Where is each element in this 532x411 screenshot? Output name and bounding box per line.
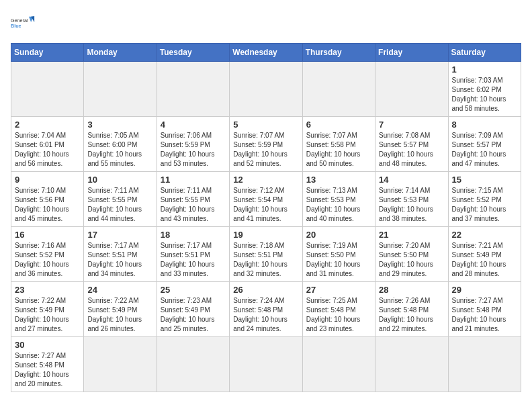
calendar-cell: 1Sunrise: 7:03 AMSunset: 6:02 PMDaylight… — [448, 62, 521, 117]
calendar-cell: 2Sunrise: 7:04 AMSunset: 6:01 PMDaylight… — [11, 117, 84, 172]
calendar-cell: 29Sunrise: 7:27 AMSunset: 5:48 PMDayligh… — [448, 282, 521, 337]
svg-text:General: General — [11, 17, 28, 24]
generalblue-logo-icon: GeneralBlue — [11, 11, 35, 35]
day-info: Sunrise: 7:15 AMSunset: 5:52 PMDaylight:… — [452, 186, 517, 224]
calendar-cell: 9Sunrise: 7:10 AMSunset: 5:56 PMDaylight… — [11, 172, 84, 227]
calendar-cell: 14Sunrise: 7:14 AMSunset: 5:53 PMDayligh… — [375, 172, 448, 227]
day-info: Sunrise: 7:27 AMSunset: 5:48 PMDaylight:… — [452, 296, 517, 334]
day-number: 29 — [452, 285, 517, 295]
day-info: Sunrise: 7:17 AMSunset: 5:51 PMDaylight:… — [87, 241, 152, 279]
calendar-cell: 8Sunrise: 7:09 AMSunset: 5:57 PMDaylight… — [448, 117, 521, 172]
day-info: Sunrise: 7:16 AMSunset: 5:52 PMDaylight:… — [15, 241, 80, 279]
day-number: 17 — [87, 230, 152, 240]
calendar-cell — [375, 337, 448, 392]
calendar-cell: 6Sunrise: 7:07 AMSunset: 5:58 PMDaylight… — [302, 117, 375, 172]
day-info: Sunrise: 7:18 AMSunset: 5:51 PMDaylight:… — [233, 241, 298, 279]
week-row-5: 23Sunrise: 7:22 AMSunset: 5:49 PMDayligh… — [11, 282, 521, 337]
week-row-3: 9Sunrise: 7:10 AMSunset: 5:56 PMDaylight… — [11, 172, 521, 227]
calendar-cell — [448, 337, 521, 392]
day-number: 21 — [379, 230, 444, 240]
day-number: 13 — [306, 175, 371, 185]
calendar-cell: 30Sunrise: 7:27 AMSunset: 5:48 PMDayligh… — [11, 337, 84, 392]
day-number: 7 — [379, 120, 444, 130]
calendar-cell: 12Sunrise: 7:12 AMSunset: 5:54 PMDayligh… — [230, 172, 302, 227]
calendar-cell: 5Sunrise: 7:07 AMSunset: 5:59 PMDaylight… — [230, 117, 302, 172]
day-number: 16 — [15, 230, 80, 240]
week-row-6: 30Sunrise: 7:27 AMSunset: 5:48 PMDayligh… — [11, 337, 521, 392]
day-number: 8 — [452, 120, 517, 130]
calendar-cell: 10Sunrise: 7:11 AMSunset: 5:55 PMDayligh… — [84, 172, 157, 227]
day-info: Sunrise: 7:21 AMSunset: 5:49 PMDaylight:… — [452, 241, 517, 279]
day-number: 20 — [306, 230, 371, 240]
day-info: Sunrise: 7:14 AMSunset: 5:53 PMDaylight:… — [379, 186, 444, 224]
day-number: 4 — [161, 120, 226, 130]
calendar-table: SundayMondayTuesdayWednesdayThursdayFrid… — [11, 43, 521, 392]
calendar-cell — [157, 337, 229, 392]
day-info: Sunrise: 7:06 AMSunset: 5:59 PMDaylight:… — [161, 131, 226, 169]
day-info: Sunrise: 7:11 AMSunset: 5:55 PMDaylight:… — [87, 186, 152, 224]
calendar-cell: 3Sunrise: 7:05 AMSunset: 6:00 PMDaylight… — [84, 117, 157, 172]
day-number: 30 — [15, 340, 80, 350]
day-info: Sunrise: 7:17 AMSunset: 5:51 PMDaylight:… — [161, 241, 226, 279]
day-number: 23 — [15, 285, 80, 295]
day-number: 2 — [15, 120, 80, 130]
calendar-cell: 26Sunrise: 7:24 AMSunset: 5:48 PMDayligh… — [230, 282, 302, 337]
day-number: 15 — [452, 175, 517, 185]
calendar-cell: 15Sunrise: 7:15 AMSunset: 5:52 PMDayligh… — [448, 172, 521, 227]
calendar-cell — [11, 62, 84, 117]
svg-text:Blue: Blue — [11, 23, 21, 29]
day-info: Sunrise: 7:11 AMSunset: 5:55 PMDaylight:… — [161, 186, 226, 224]
day-info: Sunrise: 7:07 AMSunset: 5:59 PMDaylight:… — [233, 131, 298, 169]
calendar-cell — [302, 337, 375, 392]
calendar-cell: 25Sunrise: 7:23 AMSunset: 5:49 PMDayligh… — [157, 282, 229, 337]
day-number: 9 — [15, 175, 80, 185]
calendar-cell: 4Sunrise: 7:06 AMSunset: 5:59 PMDaylight… — [157, 117, 229, 172]
day-number: 12 — [233, 175, 298, 185]
calendar-cell: 20Sunrise: 7:19 AMSunset: 5:50 PMDayligh… — [302, 227, 375, 282]
weekday-header-sunday: Sunday — [11, 44, 84, 62]
calendar-cell: 27Sunrise: 7:25 AMSunset: 5:48 PMDayligh… — [302, 282, 375, 337]
week-row-2: 2Sunrise: 7:04 AMSunset: 6:01 PMDaylight… — [11, 117, 521, 172]
day-info: Sunrise: 7:04 AMSunset: 6:01 PMDaylight:… — [15, 131, 80, 169]
day-number: 1 — [452, 64, 517, 75]
calendar-cell: 24Sunrise: 7:22 AMSunset: 5:49 PMDayligh… — [84, 282, 157, 337]
day-info: Sunrise: 7:23 AMSunset: 5:49 PMDaylight:… — [161, 296, 226, 334]
day-number: 24 — [87, 285, 152, 295]
calendar-cell: 23Sunrise: 7:22 AMSunset: 5:49 PMDayligh… — [11, 282, 84, 337]
day-number: 18 — [161, 230, 226, 240]
calendar-cell: 22Sunrise: 7:21 AMSunset: 5:49 PMDayligh… — [448, 227, 521, 282]
calendar-cell — [230, 62, 302, 117]
calendar-cell: 11Sunrise: 7:11 AMSunset: 5:55 PMDayligh… — [157, 172, 229, 227]
day-number: 28 — [379, 285, 444, 295]
day-number: 6 — [306, 120, 371, 130]
day-info: Sunrise: 7:25 AMSunset: 5:48 PMDaylight:… — [306, 296, 371, 334]
calendar-cell: 18Sunrise: 7:17 AMSunset: 5:51 PMDayligh… — [157, 227, 229, 282]
day-info: Sunrise: 7:05 AMSunset: 6:00 PMDaylight:… — [87, 131, 152, 169]
weekday-header-row: SundayMondayTuesdayWednesdayThursdayFrid… — [11, 44, 521, 62]
day-info: Sunrise: 7:08 AMSunset: 5:57 PMDaylight:… — [379, 131, 444, 169]
day-info: Sunrise: 7:03 AMSunset: 6:02 PMDaylight:… — [452, 76, 517, 113]
calendar-cell — [84, 62, 157, 117]
weekday-header-thursday: Thursday — [302, 44, 375, 62]
week-row-4: 16Sunrise: 7:16 AMSunset: 5:52 PMDayligh… — [11, 227, 521, 282]
day-info: Sunrise: 7:22 AMSunset: 5:49 PMDaylight:… — [87, 296, 152, 334]
day-number: 5 — [233, 120, 298, 130]
calendar-cell — [230, 337, 302, 392]
day-number: 11 — [161, 175, 226, 185]
day-number: 22 — [452, 230, 517, 240]
day-info: Sunrise: 7:19 AMSunset: 5:50 PMDaylight:… — [306, 241, 371, 279]
calendar-cell — [375, 62, 448, 117]
weekday-header-friday: Friday — [375, 44, 448, 62]
day-info: Sunrise: 7:13 AMSunset: 5:53 PMDaylight:… — [306, 186, 371, 224]
day-info: Sunrise: 7:07 AMSunset: 5:58 PMDaylight:… — [306, 131, 371, 169]
day-number: 25 — [161, 285, 226, 295]
page-header: GeneralBlue — [11, 11, 521, 35]
day-info: Sunrise: 7:09 AMSunset: 5:57 PMDaylight:… — [452, 131, 517, 169]
day-info: Sunrise: 7:22 AMSunset: 5:49 PMDaylight:… — [15, 296, 80, 334]
day-info: Sunrise: 7:12 AMSunset: 5:54 PMDaylight:… — [233, 186, 298, 224]
day-info: Sunrise: 7:10 AMSunset: 5:56 PMDaylight:… — [15, 186, 80, 224]
calendar-cell — [84, 337, 157, 392]
calendar-cell — [302, 62, 375, 117]
calendar-cell: 21Sunrise: 7:20 AMSunset: 5:50 PMDayligh… — [375, 227, 448, 282]
calendar-cell: 28Sunrise: 7:26 AMSunset: 5:48 PMDayligh… — [375, 282, 448, 337]
